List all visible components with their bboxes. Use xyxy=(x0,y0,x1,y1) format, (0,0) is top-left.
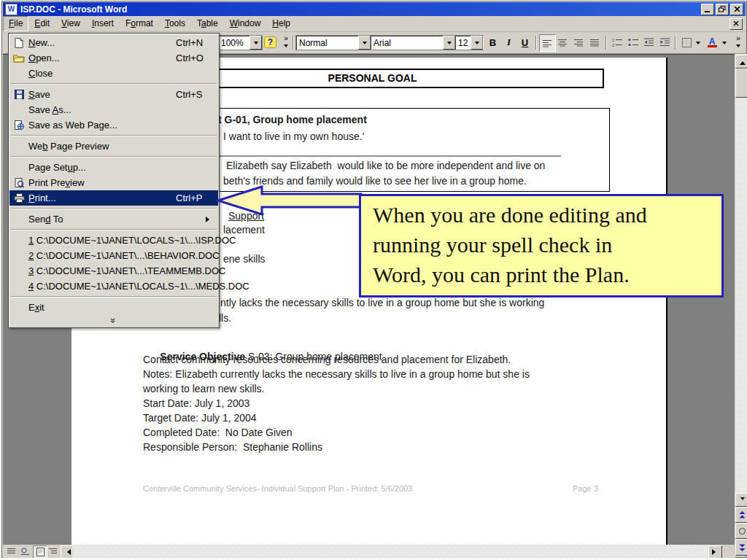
font-color-button[interactable]: A xyxy=(705,34,719,50)
previous-page-button[interactable] xyxy=(735,507,747,523)
page-footer-right: Page 3 xyxy=(573,484,598,493)
menu-item-save-as[interactable]: Save As... xyxy=(9,102,218,117)
open-folder-icon xyxy=(9,54,28,63)
menu-item-recent-file-1[interactable]: 1 C:\DOCUME~1\JANET\LOCALS~1\...\ISP.DOC xyxy=(9,233,218,248)
increase-indent-icon xyxy=(660,38,670,47)
menu-item-close[interactable]: Close xyxy=(9,66,218,81)
close-icon xyxy=(734,7,740,12)
window-controls xyxy=(700,4,746,15)
web-layout-icon xyxy=(21,548,30,556)
menu-item-save[interactable]: Save Ctrl+S xyxy=(9,87,218,102)
horizontal-scrollbar[interactable] xyxy=(3,545,735,558)
menu-table[interactable]: Table xyxy=(191,16,224,31)
align-right-button[interactable] xyxy=(571,34,587,50)
fragment-ntly: ntly lacks the necessary skills to live … xyxy=(220,297,544,308)
scroll-down-button[interactable] xyxy=(735,493,747,507)
menu-tools[interactable]: Tools xyxy=(159,16,191,31)
menu-item-open[interactable]: Open... Ctrl+O xyxy=(9,50,218,66)
italic-button[interactable]: I xyxy=(501,34,516,50)
help-button[interactable]: ? xyxy=(262,34,279,50)
size-dropdown-icon xyxy=(471,36,483,50)
screenshot-stage: W ISP.DOC - Microsoft Word File Edit Vie… xyxy=(0,0,747,560)
menu-expand-chevron[interactable]: » xyxy=(9,315,218,326)
chevron-down-icon xyxy=(696,42,700,47)
style-combo[interactable]: Normal xyxy=(295,35,371,50)
more-buttons-chevron[interactable]: » xyxy=(733,34,743,50)
menu-file[interactable]: File xyxy=(3,16,28,31)
menu-item-web-page-preview[interactable]: Web Page Preview xyxy=(9,139,218,154)
next-page-button[interactable] xyxy=(735,539,747,556)
save-floppy-icon xyxy=(9,90,28,99)
callout-line: running your spell check in xyxy=(373,230,721,260)
justify-button[interactable] xyxy=(587,34,603,50)
decrease-indent-button[interactable] xyxy=(641,34,657,50)
borders-button[interactable] xyxy=(679,34,694,50)
underline-button[interactable]: U xyxy=(517,34,533,50)
double-up-arrow-icon xyxy=(739,511,746,518)
menu-window[interactable]: Window xyxy=(224,16,267,31)
menu-item-new[interactable]: New... Ctrl+N xyxy=(9,35,218,50)
vertical-scroll-thumb[interactable] xyxy=(735,69,747,98)
menu-insert[interactable]: Insert xyxy=(86,16,120,31)
scroll-right-button[interactable] xyxy=(708,545,722,559)
zoom-combo[interactable]: 100% xyxy=(217,35,263,50)
borders-dropdown[interactable] xyxy=(694,34,702,50)
double-down-arrow-icon xyxy=(739,544,746,551)
font-color-swatch xyxy=(708,45,717,47)
service-line: Responsible Person: Stephanie Rollins xyxy=(143,441,322,453)
close-button[interactable] xyxy=(730,4,743,15)
font-color-dropdown[interactable] xyxy=(720,34,728,50)
menu-item-exit[interactable]: Exit xyxy=(9,300,218,315)
goal-line-3: Elizabeth say Elizabeth would like to be… xyxy=(226,160,545,171)
menu-item-page-setup[interactable]: Page Setup... xyxy=(9,160,218,175)
vertical-scrollbar[interactable] xyxy=(735,54,747,554)
menu-edit[interactable]: Edit xyxy=(28,16,55,31)
outline-view-icon xyxy=(49,548,58,555)
font-color-letter: A xyxy=(709,38,716,45)
scroll-up-button[interactable] xyxy=(735,55,747,69)
document-close-button[interactable] xyxy=(729,18,743,30)
numbered-list-button[interactable]: 12 xyxy=(609,34,624,50)
menu-help[interactable]: Help xyxy=(266,16,296,31)
menu-item-recent-file-4[interactable]: 4 C:\DOCUME~1\JANET\LOCALS~1\...\MEDS.DO… xyxy=(9,279,218,294)
menu-bar: File Edit View Insert Format Tools Table… xyxy=(3,16,746,32)
horizontal-scroll-track[interactable] xyxy=(72,545,710,558)
print-layout-view-button[interactable] xyxy=(33,545,47,559)
font-size-combo[interactable]: 12 xyxy=(454,35,484,50)
callout-line: Word, you can print the Plan. xyxy=(373,260,721,289)
menu-separator xyxy=(11,156,217,158)
outline-view-button[interactable] xyxy=(47,545,60,557)
bullet-list-button[interactable] xyxy=(625,34,640,50)
align-left-button[interactable] xyxy=(539,34,556,52)
restore-button[interactable] xyxy=(716,4,729,15)
menu-item-print[interactable]: Print... Ctrl+P xyxy=(9,190,218,206)
menu-view[interactable]: View xyxy=(55,16,86,31)
menu-item-recent-file-2[interactable]: 2 C:\DOCUME~1\JANET\...\BEHAVIOR.DOC xyxy=(9,248,218,263)
chevron-expand-icon: » xyxy=(108,318,119,323)
select-browse-object-button[interactable] xyxy=(735,523,747,539)
bold-button[interactable]: B xyxy=(485,34,500,50)
new-document-icon xyxy=(9,38,28,48)
menu-separator xyxy=(11,229,217,230)
chevron-down-icon xyxy=(736,44,740,50)
menu-format[interactable]: Format xyxy=(120,16,159,31)
menu-item-send-to[interactable]: Send To xyxy=(9,211,218,227)
minimize-button[interactable] xyxy=(701,4,714,15)
arrow-left-icon xyxy=(64,549,71,555)
service-line: Contact community resources concerning r… xyxy=(143,354,511,365)
numbered-list-icon: 12 xyxy=(612,38,622,47)
normal-view-button[interactable] xyxy=(5,545,18,557)
printer-icon xyxy=(9,193,28,203)
menu-item-save-as-web-page[interactable]: Save as Web Page... xyxy=(9,117,218,133)
submenu-arrow-icon xyxy=(206,217,212,222)
menu-item-print-preview[interactable]: Print Preview xyxy=(9,175,218,190)
toolbar-overflow-chevron[interactable]: » xyxy=(281,34,291,50)
menu-item-recent-file-3[interactable]: 3 C:\DOCUME~1\JANET\...\TEAMMEMB.DOC xyxy=(9,263,218,279)
fragment-ene-skills: ene skills xyxy=(223,253,266,265)
align-center-button[interactable] xyxy=(555,34,570,50)
web-layout-view-button[interactable] xyxy=(19,545,32,557)
increase-indent-button[interactable] xyxy=(657,34,673,50)
font-combo[interactable]: Arial xyxy=(370,35,456,50)
word-app-icon: W xyxy=(5,4,18,15)
fragment-lacement: lacement xyxy=(223,224,265,236)
